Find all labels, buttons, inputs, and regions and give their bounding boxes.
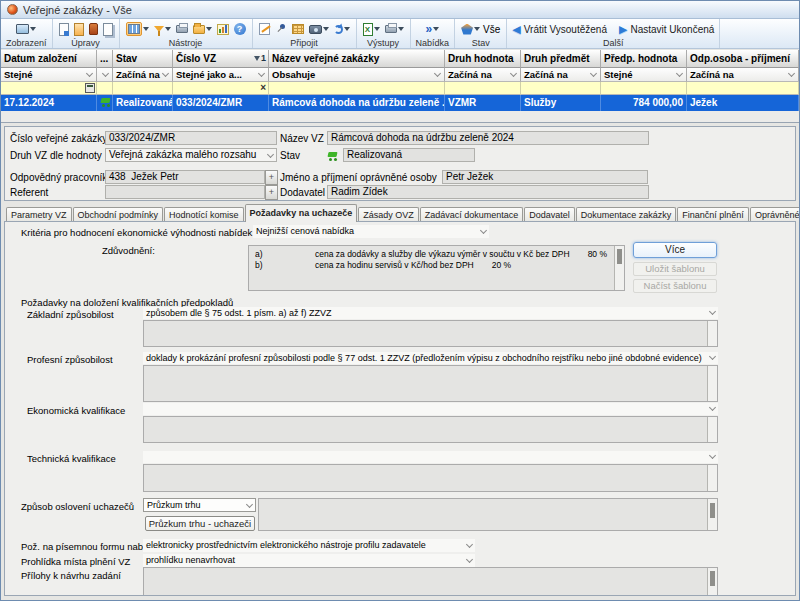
poz-select[interactable]: elektronicky prostřednictvím elektronick… [143,539,475,552]
technicka-textarea[interactable] [143,464,718,492]
clear-filter-icon[interactable]: × [260,82,266,94]
column-header-druh-predmet[interactable]: Druh předmět [521,50,601,68]
tab-dokumentace-zakazky[interactable]: Dokumentace zakázky [576,207,677,222]
tab-zasady-ovz[interactable]: Zásady OVZ [358,207,419,222]
new-record-button[interactable] [58,20,70,38]
folder-button[interactable] [192,20,213,38]
column-header-druh-hodnota[interactable]: Druh hodnota [445,50,521,68]
zakladni-textarea[interactable] [143,320,718,347]
chevron-down-icon [206,27,212,31]
ekonomicka-textarea[interactable] [143,416,718,443]
ulozit-sablonu-button[interactable]: Uložit šablonu [633,262,717,276]
tab-opravnene-osoby[interactable]: Oprávněné osoby [750,207,800,222]
column-header-cislo-vz[interactable]: Číslo VZ 1 [173,50,269,68]
print-output-button[interactable] [384,20,405,38]
camera-button[interactable] [308,20,330,38]
zpusob-scrollbar[interactable] [707,499,717,530]
pruzkum-trhu-uchazeci-button[interactable]: Průzkum trhu - uchazeči [145,516,255,531]
tab-parametry-vz[interactable]: Parametry VZ [6,207,72,222]
stav-filter-button[interactable]: Vše [460,20,501,38]
table-row-selected[interactable]: 17.12.2024 Realizovaná 033/2024/ZMR Rámc… [1,95,799,111]
zakladni-select[interactable]: způsobem dle § 75 odst. 1 písm. a) až f)… [143,307,718,319]
tab-obchodni-podminky[interactable]: Obchodní podmínky [73,207,164,222]
tab-dodavatel[interactable]: Dodavatel [524,207,575,222]
filter-input-druh-hodnota[interactable] [448,84,517,95]
stav-filter-value: Vše [483,24,500,35]
filter-input-predp-hodnota[interactable] [604,84,683,95]
filter-op-odp-osoba[interactable]: Začíná na [687,68,799,82]
excel-export-button[interactable]: X [362,20,381,38]
column-header-predp-hodnota[interactable]: Předp. hodnota [601,50,687,68]
filter-op-druh-hodnota[interactable]: Začíná na [445,68,521,82]
column-settings-button[interactable] [125,20,150,38]
chart-button[interactable] [216,20,230,38]
ekonomicka-scrollbar[interactable] [707,417,717,442]
tab-content: Kritéria pro hodnocení ekonomické výhodn… [4,221,796,596]
filter-input-stav[interactable] [116,84,169,95]
toolbar-group-nastroje: ? Nástroje [120,19,253,48]
zduvodneni-scrollbar[interactable] [614,246,624,290]
kriteria-select[interactable]: Nejnižší cenová nabídka [253,225,489,238]
help-button[interactable]: ? [233,20,247,38]
pracovnik-lookup-button[interactable]: + [265,170,278,185]
stav-label: Stav [280,150,300,161]
tab-pozadavky-na-uchazece[interactable]: Požadavky na uchazeče [245,204,358,222]
referent-lookup-button[interactable]: + [265,185,278,200]
column-header-dots[interactable]: ... [97,50,113,68]
filter-op-dots[interactable] [97,68,113,82]
filter-input-odp-osoba[interactable] [690,84,795,95]
prilohy-scrollbar[interactable] [707,568,717,595]
prohlidka-select[interactable]: prohlídku nenavrhovat [143,554,475,567]
filter-op-predp-hodnota[interactable]: Stejné [601,68,687,82]
dodavatel-label: Dodavatel [280,187,325,198]
filter-input-cislo-vz[interactable] [176,84,265,95]
print-tool-button[interactable] [175,20,189,38]
filter-op-stav[interactable]: Začíná na [113,68,173,82]
druh-vz-select[interactable]: Veřejná zakázka malého rozsahu [105,148,277,162]
filter-input-datum[interactable] [4,84,93,95]
profesni-select[interactable]: doklady k prokázání profesní způsobilost… [143,352,718,364]
zakladni-scrollbar[interactable] [707,321,717,346]
technicka-select[interactable] [143,451,718,463]
edit-record-button[interactable] [73,20,85,38]
vratit-vysoutezena-button[interactable]: ◀Vrátit Vysoutěžená [512,24,607,35]
zpusob-select[interactable]: Průzkum trhu [143,498,256,512]
filter-op-datum[interactable]: Stejné [1,68,97,82]
filter-op-druh-predmet[interactable]: Začíná na [521,68,601,82]
app-icon [7,4,18,15]
delete-record-button[interactable] [88,20,99,38]
tab-hodnotici-komise[interactable]: Hodnotící komise [164,207,244,222]
ekonomicka-select[interactable] [143,403,718,415]
zduvodneni-textarea[interactable]: a)cena za dodávky a služby dle výkazu vý… [248,245,625,291]
column-header-odp-osoba[interactable]: Odp.osoba - příjmení [687,50,799,68]
nacist-sablonu-button[interactable]: Načíst šablonu [633,279,717,293]
vice-button[interactable]: Více [633,242,717,258]
profesni-textarea[interactable] [143,365,718,402]
filter-op-cislo-vz[interactable]: Stejné jako a... [173,68,269,82]
pin-button[interactable] [274,20,288,38]
tab-zadavaci-dokumentace[interactable]: Zadávací dokumentace [420,207,524,222]
attach-table-button[interactable] [291,20,305,38]
note-button[interactable] [258,20,271,38]
filter-op-nazev[interactable]: Obsahuje [269,68,445,82]
view-button[interactable] [15,20,37,38]
column-header-nazev[interactable]: Název veřejné zakázky [269,50,445,68]
nabidka-button[interactable]: » [424,20,440,38]
technicka-scrollbar[interactable] [707,465,717,491]
filter-input-nazev[interactable] [272,84,441,95]
filter-button[interactable] [153,20,172,38]
profesni-scrollbar[interactable] [707,366,717,401]
nastavit-ukoncena-button[interactable]: ▶Nastavit Ukončená [619,24,714,35]
filter-input-dots[interactable] [100,84,109,95]
date-picker-icon[interactable] [85,83,95,93]
redo-button[interactable] [333,20,351,38]
tab-financni-plneni[interactable]: Finanční plnění [677,207,749,222]
filter-input-druh-predmet[interactable] [524,84,597,95]
column-header-datum[interactable]: Datum založení [1,50,97,68]
prilohy-textarea[interactable] [143,567,718,596]
edit-doc-icon [74,23,84,36]
column-header-stav[interactable]: Stav [113,50,173,68]
zpusob-textarea[interactable] [258,498,718,531]
zpusob-label: Způsob oslovení uchazečů [21,501,134,512]
copy-record-button[interactable] [102,20,114,38]
